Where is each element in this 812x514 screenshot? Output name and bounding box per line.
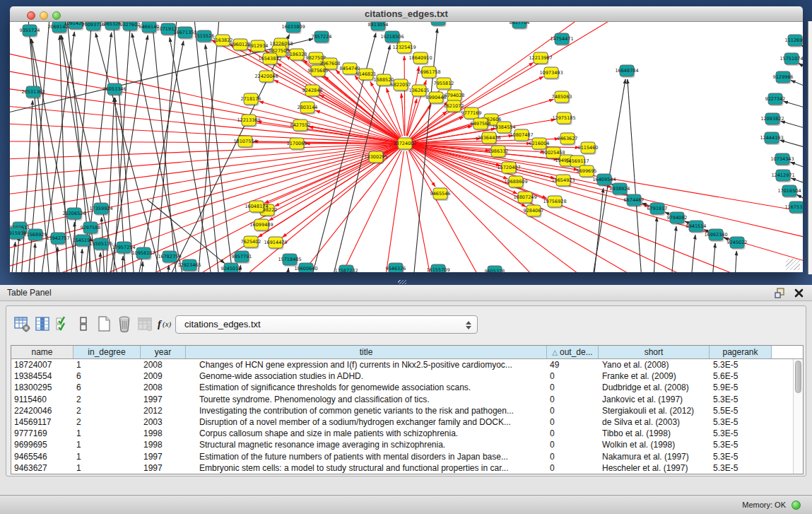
- close-panel-icon[interactable]: [793, 287, 805, 299]
- column-header-pagerank[interactable]: pagerank: [710, 346, 772, 358]
- graph-node[interactable]: 12444193: [760, 132, 783, 145]
- graph-node[interactable]: 8938924: [610, 183, 630, 196]
- graph-node[interactable]: 12975185: [552, 112, 575, 125]
- graph-node[interactable]: 20053346: [102, 83, 126, 96]
- delete-table-button[interactable]: [114, 315, 134, 334]
- table-row[interactable]: 969969511998Structural magnetic resonanc…: [11, 439, 803, 450]
- graph-node[interactable]: 9284067: [524, 205, 544, 218]
- graph-node[interactable]: 9227342: [765, 93, 786, 106]
- graph-node[interactable]: 9794082: [667, 212, 688, 225]
- graph-node[interactable]: 19654923: [551, 175, 575, 187]
- graph-node[interactable]: 7485063: [552, 91, 572, 104]
- show-columns-button[interactable]: [33, 315, 52, 334]
- graph-node[interactable]: 9355724: [20, 25, 40, 37]
- table-vertical-scrollbar[interactable]: [793, 359, 803, 474]
- graph-node[interactable]: 9857791: [232, 251, 252, 264]
- graph-node[interactable]: 8617704: [510, 22, 530, 30]
- graph-node[interactable]: 9245012: [221, 263, 242, 272]
- graph-node[interactable]: 16914479: [264, 237, 287, 250]
- window-resize-grip[interactable]: [786, 259, 800, 270]
- graph-node[interactable]: 16033809: [281, 22, 305, 34]
- graph-node[interactable]: 9465546: [430, 188, 451, 201]
- graph-node[interactable]: 9242848: [302, 85, 323, 98]
- graph-node[interactable]: 8427552: [290, 119, 311, 132]
- graph-node[interactable]: 7625402: [241, 236, 261, 249]
- graph-node[interactable]: 10973493: [539, 67, 563, 80]
- import-table-disabled-button[interactable]: [135, 315, 154, 334]
- table-row[interactable]: 946554611997Estimation of the future num…: [11, 451, 803, 462]
- graph-node[interactable]: 7955812: [434, 78, 454, 90]
- graph-node[interactable]: 11675330: [784, 201, 803, 214]
- table-source-select[interactable]: citations_edges.txt: [175, 315, 478, 334]
- create-table-button[interactable]: [94, 315, 113, 334]
- table-row[interactable]: 911546021997Tourette syndrome. Phenomeno…: [11, 394, 803, 405]
- memory-status-indicator[interactable]: [792, 501, 801, 510]
- graph-node[interactable]: 18107554: [233, 136, 257, 148]
- column-header-year[interactable]: year: [141, 346, 186, 358]
- graph-node[interactable]: 18640910: [408, 52, 432, 65]
- window-titlebar[interactable]: citations_edges.txt: [10, 6, 803, 22]
- graph-node[interactable]: 9245022: [727, 237, 748, 250]
- table-row[interactable]: 977716911998Corpus callosum shape and si…: [11, 428, 803, 439]
- column-header-short[interactable]: short: [599, 346, 710, 358]
- column-header-title[interactable]: title: [186, 346, 547, 358]
- graph-node[interactable]: 9115460: [578, 142, 599, 155]
- graph-node[interactable]: 15718485: [278, 254, 301, 267]
- graph-node[interactable]: 10734343: [770, 153, 794, 166]
- graph-node[interactable]: 6674467: [624, 194, 645, 207]
- table-row[interactable]: 2242004622012Investigating the contribut…: [11, 405, 803, 416]
- float-panel-icon[interactable]: [774, 287, 786, 299]
- graph-node[interactable]: 1170065: [287, 138, 307, 151]
- cell-out-col: 0: [547, 382, 599, 393]
- graph-node[interactable]: 9546326: [386, 263, 406, 272]
- graph-node[interactable]: 16648784: [615, 65, 638, 78]
- graph-node[interactable]: 15751074: [779, 53, 803, 66]
- network-canvas[interactable]: 1872400718300295716382289601288912934182…: [10, 22, 803, 272]
- graph-node[interactable]: 1112699: [785, 35, 803, 47]
- graph-node[interactable]: 16961758: [417, 66, 440, 79]
- graph-node[interactable]: 9875685: [308, 65, 329, 78]
- graph-node[interactable]: 6822057: [391, 79, 411, 92]
- row-height-button[interactable]: [73, 315, 93, 334]
- table-row[interactable]: 946362711997Embryonic stem cells: a mode…: [11, 462, 803, 474]
- graph-node[interactable]: 2803144: [298, 102, 318, 115]
- graph-node[interactable]: 19756928: [543, 196, 566, 209]
- graph-node[interactable]: 6791917: [647, 203, 668, 216]
- graph-node[interactable]: 9297588: [81, 222, 101, 235]
- table-row[interactable]: 1938455462009Genome-wide association stu…: [11, 370, 803, 382]
- table-settings-button[interactable]: [12, 315, 31, 334]
- graph-node[interactable]: 12923465: [177, 259, 201, 272]
- graph-node[interactable]: 9463627: [558, 133, 578, 146]
- table-row[interactable]: 1872400712008Changes of HCN gene express…: [11, 359, 803, 370]
- select-all-columns-button[interactable]: [53, 315, 72, 334]
- graph-node[interactable]: 12093822: [760, 113, 784, 126]
- table-row[interactable]: 1830029562008Estimation of significance …: [11, 382, 803, 393]
- graph-node[interactable]: 6497568: [471, 118, 491, 131]
- graph-node[interactable]: 2718176: [241, 93, 261, 106]
- function-builder-button[interactable]: f(x): [155, 315, 175, 334]
- scrollbar-thumb[interactable]: [795, 361, 801, 393]
- graph-node[interactable]: 10688609: [504, 176, 527, 189]
- panel-divider-grip[interactable]: [398, 280, 406, 284]
- graph-node[interactable]: 8813054: [368, 22, 389, 32]
- graph-node[interactable]: 20206526: [62, 208, 86, 221]
- graph-node[interactable]: 7515526: [194, 30, 215, 43]
- graph-node[interactable]: 12412971: [771, 170, 794, 182]
- graph-node[interactable]: 1327602: [120, 22, 141, 32]
- graph-node[interactable]: 22420046: [254, 71, 278, 83]
- cell-year-col: 2009: [141, 370, 186, 382]
- graph-node[interactable]: 16155709: [426, 264, 449, 272]
- column-header-out_de[interactable]: △out_de...: [547, 346, 599, 358]
- graph-node[interactable]: 17587232: [334, 265, 358, 272]
- graph-node[interactable]: 9605328: [485, 266, 505, 272]
- graph-node[interactable]: 17016504: [777, 185, 801, 198]
- graph-node[interactable]: 20364436: [477, 132, 500, 145]
- graph-node[interactable]: 8941514: [686, 221, 707, 233]
- column-header-name[interactable]: name: [11, 346, 73, 358]
- graph-node[interactable]: 18383741: [426, 22, 449, 27]
- graph-node[interactable]: 8186328: [287, 49, 307, 62]
- graph-node[interactable]: 9129966: [773, 71, 794, 84]
- column-header-in_degree[interactable]: in_degree: [73, 346, 141, 358]
- graph-node[interactable]: 7857224: [312, 31, 332, 44]
- table-row[interactable]: 1456911722003Disruption of a novel membe…: [11, 416, 803, 428]
